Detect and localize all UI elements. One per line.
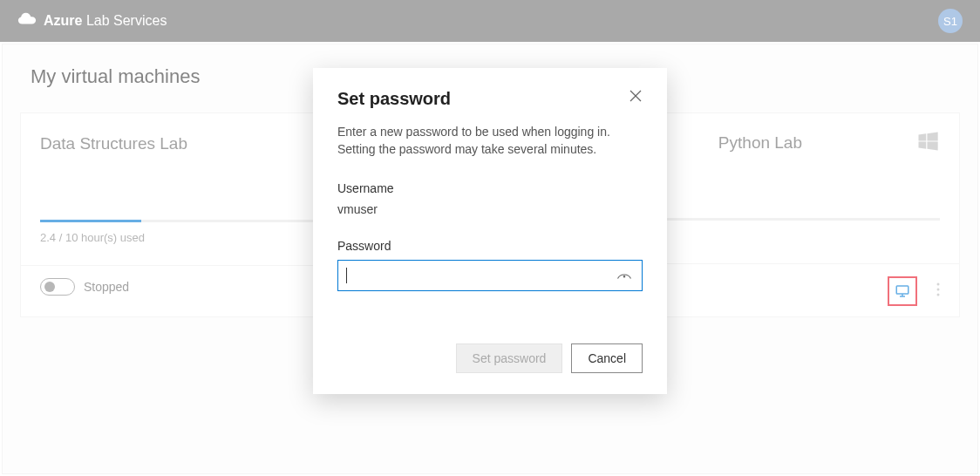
dialog-title: Set password [337,89,451,109]
svg-point-11 [623,275,625,277]
username-value: vmuser [337,202,643,216]
reveal-password-icon[interactable] [616,268,632,283]
close-icon[interactable] [629,89,643,103]
set-password-button[interactable]: Set password [456,343,563,373]
password-label: Password [337,239,643,253]
password-input[interactable] [337,260,643,291]
modal-overlay: Set password Enter a new password to be … [0,0,980,476]
cancel-button[interactable]: Cancel [571,343,643,373]
username-label: Username [337,181,643,195]
set-password-dialog: Set password Enter a new password to be … [313,68,667,394]
text-cursor [346,268,347,283]
dialog-description: Enter a new password to be used when log… [337,123,643,159]
